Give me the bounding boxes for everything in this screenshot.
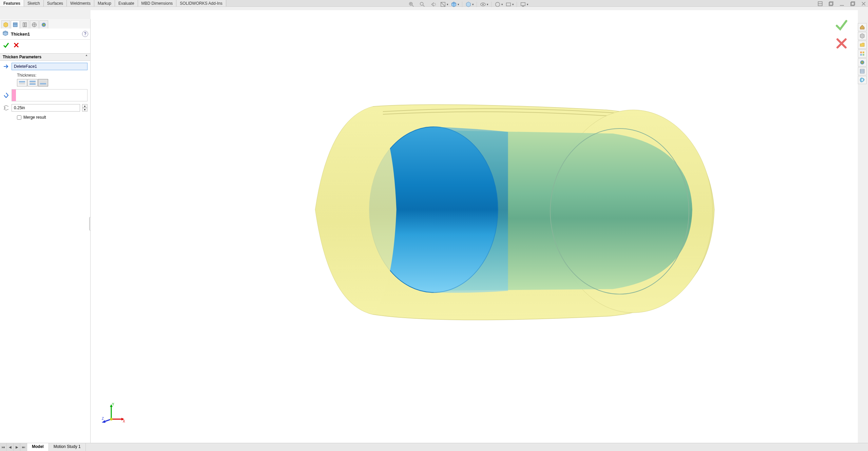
- confirmation-corner: [835, 18, 848, 52]
- bottom-tab-motion-study[interactable]: Motion Study 1: [49, 443, 86, 451]
- confirm-cancel-icon[interactable]: [835, 37, 848, 52]
- tab-last-icon[interactable]: ⏭: [20, 443, 27, 451]
- surface-selection-row: [3, 63, 88, 70]
- parameters-section-body: Thickness: ▴ ▾ Merge result: [0, 61, 90, 122]
- edit-appearance-icon[interactable]: [494, 1, 503, 8]
- spinner-down-icon[interactable]: ▾: [82, 108, 88, 112]
- view-settings-icon[interactable]: [520, 1, 528, 8]
- tab-first-icon[interactable]: ⏮: [0, 443, 7, 451]
- spinner-up-icon[interactable]: ▴: [82, 104, 88, 108]
- svg-point-7: [482, 4, 484, 5]
- tab-addins[interactable]: SOLIDWORKS Add-Ins: [176, 0, 226, 6]
- model-preview: [91, 10, 858, 443]
- view-orientation-icon[interactable]: [450, 1, 459, 8]
- parameters-section-header[interactable]: Thicken Parameters ˄: [0, 53, 90, 61]
- heads-up-view-toolbar: [407, 1, 528, 8]
- collapse-icon[interactable]: ˄: [85, 55, 88, 59]
- tab-sketch[interactable]: Sketch: [24, 0, 44, 6]
- orientation-triad[interactable]: Y X Z: [102, 402, 126, 427]
- bottom-tab-nav: ⏮ ◀ ▶ ⏭: [0, 443, 27, 451]
- feature-scope-input[interactable]: [16, 90, 87, 101]
- thickness-dimension-icon: [3, 104, 9, 111]
- property-manager-tab-icon[interactable]: [11, 20, 20, 28]
- property-manager-panel: Thicken1 ? Thicken Parameters ˄ Thicknes…: [0, 19, 91, 443]
- svg-rect-39: [863, 54, 864, 56]
- zoom-to-fit-icon[interactable]: [407, 1, 416, 8]
- window-minimize-icon[interactable]: [839, 1, 845, 7]
- svg-point-25: [42, 23, 46, 27]
- taskpane-open-icon[interactable]: [858, 41, 867, 49]
- svg-text:Y: Y: [112, 403, 114, 406]
- feature-scope-box[interactable]: [12, 89, 88, 101]
- thickness-spinner: ▴ ▾: [82, 104, 88, 112]
- merge-result-checkbox[interactable]: [17, 115, 21, 120]
- display-manager-tab-icon[interactable]: [39, 20, 48, 28]
- hide-show-items-icon[interactable]: [480, 1, 488, 8]
- thicken-feature-icon: [2, 30, 9, 38]
- taskpane-resources-icon[interactable]: [858, 32, 867, 40]
- tab-surfaces[interactable]: Surfaces: [44, 0, 67, 6]
- reverse-direction-icon[interactable]: [3, 92, 9, 99]
- merge-result-row: Merge result: [17, 115, 88, 120]
- previous-view-icon[interactable]: [429, 1, 438, 8]
- configuration-manager-tab-icon[interactable]: [20, 20, 29, 28]
- feature-manager-tab-icon[interactable]: [1, 20, 10, 28]
- svg-point-53: [110, 418, 113, 420]
- thickness-input[interactable]: [12, 104, 80, 112]
- help-icon[interactable]: ?: [82, 31, 88, 37]
- tab-markup[interactable]: Markup: [94, 0, 115, 6]
- svg-rect-21: [25, 23, 26, 27]
- thicken-both-button[interactable]: [27, 79, 38, 86]
- svg-rect-11: [522, 6, 524, 7]
- svg-marker-51: [102, 420, 105, 423]
- display-style-icon[interactable]: [465, 1, 474, 8]
- window-controls: [817, 1, 867, 7]
- confirm-ok-icon[interactable]: [835, 18, 848, 33]
- taskpane-forum-icon[interactable]: [858, 76, 867, 84]
- svg-rect-31: [40, 81, 46, 83]
- tab-evaluate[interactable]: Evaluate: [115, 0, 138, 6]
- thicken-direction-group: [17, 79, 88, 86]
- svg-rect-27: [19, 83, 25, 84]
- surface-selector-icon[interactable]: [3, 63, 9, 70]
- dimxpert-manager-tab-icon[interactable]: [30, 20, 39, 28]
- accept-button[interactable]: [3, 42, 9, 50]
- surface-selection-input[interactable]: [12, 63, 88, 70]
- thickness-value-row: ▴ ▾: [3, 104, 88, 112]
- taskpane-home-icon[interactable]: [858, 23, 867, 31]
- taskpane-appearances-icon[interactable]: [858, 58, 867, 66]
- tab-weldments[interactable]: Weldments: [67, 0, 94, 6]
- svg-rect-26: [19, 81, 25, 82]
- merge-result-label: Merge result: [23, 115, 46, 120]
- cancel-button[interactable]: [13, 42, 20, 50]
- window-collapse-icon[interactable]: [817, 1, 823, 7]
- svg-line-1: [412, 5, 414, 6]
- svg-rect-29: [30, 82, 36, 83]
- bottom-tab-model[interactable]: Model: [27, 443, 49, 451]
- window-maximize-icon[interactable]: [850, 1, 856, 7]
- taskpane-custom-properties-icon[interactable]: [858, 67, 867, 75]
- thicken-side1-button[interactable]: [17, 79, 27, 86]
- graphics-area[interactable]: [91, 10, 858, 443]
- window-restore-doc-icon[interactable]: [828, 1, 834, 7]
- tab-next-icon[interactable]: ▶: [14, 443, 20, 451]
- tab-prev-icon[interactable]: ◀: [7, 443, 14, 451]
- svg-rect-20: [23, 23, 24, 27]
- toolbar-separator: [462, 2, 462, 7]
- taskpane-view-palette-icon[interactable]: [858, 50, 867, 58]
- apply-scene-icon[interactable]: [505, 1, 514, 8]
- zoom-to-area-icon[interactable]: [418, 1, 427, 8]
- svg-rect-38: [860, 54, 862, 56]
- feature-title: Thicken1: [11, 32, 80, 37]
- tab-mbd-dimensions[interactable]: MBD Dimensions: [138, 0, 177, 6]
- svg-rect-41: [860, 69, 864, 73]
- svg-rect-18: [13, 23, 17, 27]
- toolbar-separator: [517, 2, 517, 7]
- ok-cancel-row: [0, 40, 90, 53]
- tab-features[interactable]: Features: [0, 0, 24, 6]
- section-view-icon[interactable]: [440, 1, 448, 8]
- svg-point-40: [860, 60, 864, 64]
- thicken-side2-button[interactable]: [38, 79, 48, 86]
- window-close-icon[interactable]: [861, 1, 867, 7]
- task-pane: [858, 23, 867, 84]
